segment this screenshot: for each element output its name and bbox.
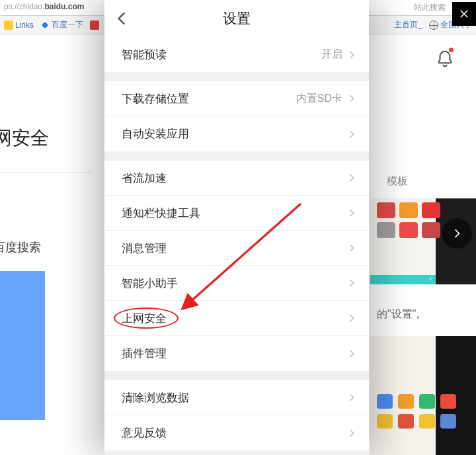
chevron-right-icon [346, 93, 357, 104]
notification-bell[interactable] [435, 49, 455, 69]
row-value: 开启 [321, 48, 342, 62]
row-label: 下载存储位置 [122, 91, 296, 106]
section-gap [104, 151, 369, 161]
row-label: 智能预读 [122, 47, 321, 62]
row-label: 消息管理 [122, 241, 346, 256]
folder-icon [4, 21, 13, 30]
modal-header: 设置 [104, 0, 369, 37]
bookmark-red[interactable] [90, 21, 99, 30]
row-label: 省流加速 [122, 171, 346, 186]
tile-icon [440, 394, 456, 409]
tile-icon [377, 222, 395, 238]
close-icon [458, 8, 470, 20]
divider [0, 172, 93, 173]
chevron-right-icon [346, 428, 357, 438]
row-label: 通知栏快捷工具 [122, 206, 346, 221]
close-button[interactable] [452, 2, 476, 26]
row-auto-install[interactable]: 自动安装应用 [104, 116, 369, 151]
chevron-right-icon [450, 227, 463, 240]
row-data-saver[interactable]: 省流加速 [104, 161, 369, 196]
baidu-icon [40, 21, 50, 30]
chevron-right-icon [346, 349, 357, 359]
row-label: 上网安全 [122, 311, 346, 326]
tile-icon [440, 414, 456, 429]
bookmark-home[interactable]: 主首页_ [394, 19, 422, 30]
tile-icon [399, 202, 418, 218]
section-gap [104, 72, 369, 81]
section-gap [104, 371, 369, 380]
chevron-right-icon [346, 313, 357, 323]
bookmark-links[interactable]: Links [4, 21, 34, 30]
row-notif-shortcut[interactable]: 通知栏快捷工具 [104, 196, 369, 231]
blue-thumbnail [0, 271, 45, 420]
carousel-thumbnail: ‹ [370, 198, 476, 284]
notification-dot-icon [449, 48, 454, 52]
chevron-right-icon [346, 129, 357, 140]
chevron-right-icon [346, 50, 357, 60]
chevron-right-icon [346, 243, 357, 253]
lower-thumbnail [370, 336, 476, 455]
settings-modal: 设置 智能预读 开启 下载存储位置 内置SD卡 自动安装应用 [104, 0, 369, 455]
row-feedback[interactable]: 意见反馈 [104, 415, 369, 450]
tile-icon [398, 394, 414, 409]
chevron-right-icon [346, 208, 357, 218]
row-label: 插件管理 [122, 346, 346, 361]
row-label: 智能小助手 [122, 276, 346, 291]
row-label: 清除浏览数据 [122, 390, 346, 405]
template-label: 模板 [387, 175, 408, 188]
tile-icon [377, 202, 395, 218]
row-web-security[interactable]: 上网安全 [104, 301, 369, 336]
carousel-next-button[interactable] [442, 218, 472, 249]
settings-list[interactable]: 智能预读 开启 下载存储位置 内置SD卡 自动安装应用 省流加速 [104, 37, 369, 455]
setting-sentence: 的"设置"。 [377, 308, 426, 321]
globe-icon [429, 21, 438, 30]
share-bar: ‹ [370, 275, 436, 284]
row-plugin-mgmt[interactable]: 插件管理 [104, 336, 369, 371]
row-clear-data[interactable]: 清除浏览数据 [104, 380, 369, 415]
search-hint: 站此搜索 [414, 2, 446, 13]
chevron-right-icon [346, 278, 357, 288]
row-message-mgmt[interactable]: 消息管理 [104, 231, 369, 266]
tile-icon [398, 414, 414, 429]
tile-icon [419, 414, 435, 429]
tile-icon [399, 222, 418, 238]
back-button[interactable] [114, 10, 131, 27]
row-download-location[interactable]: 下载存储位置 内置SD卡 [104, 81, 369, 116]
baidu-search-text: 百度搜索 [0, 239, 41, 255]
chevron-right-icon [346, 392, 357, 403]
url-text: ps://zhidao.baidu.com [4, 2, 84, 11]
tile-icon [419, 394, 435, 409]
modal-title: 设置 [223, 9, 251, 28]
row-label: 意见反馈 [122, 425, 346, 440]
bookmark-baidu[interactable]: 百度一下 [40, 19, 83, 30]
row-smart-assistant[interactable]: 智能小助手 [104, 266, 369, 301]
chevron-right-icon [346, 173, 357, 183]
red-app-icon [90, 21, 99, 30]
row-label: 自动安装应用 [122, 126, 346, 142]
tile-icon [377, 394, 393, 409]
row-smart-preload[interactable]: 智能预读 开启 [104, 37, 369, 72]
row-value: 内置SD卡 [296, 92, 342, 106]
page-heading: 网安全 [0, 126, 49, 151]
tile-icon [422, 202, 440, 218]
tile-icon [377, 414, 393, 429]
chevron-left-icon [114, 10, 131, 27]
tile-icon [422, 222, 440, 238]
